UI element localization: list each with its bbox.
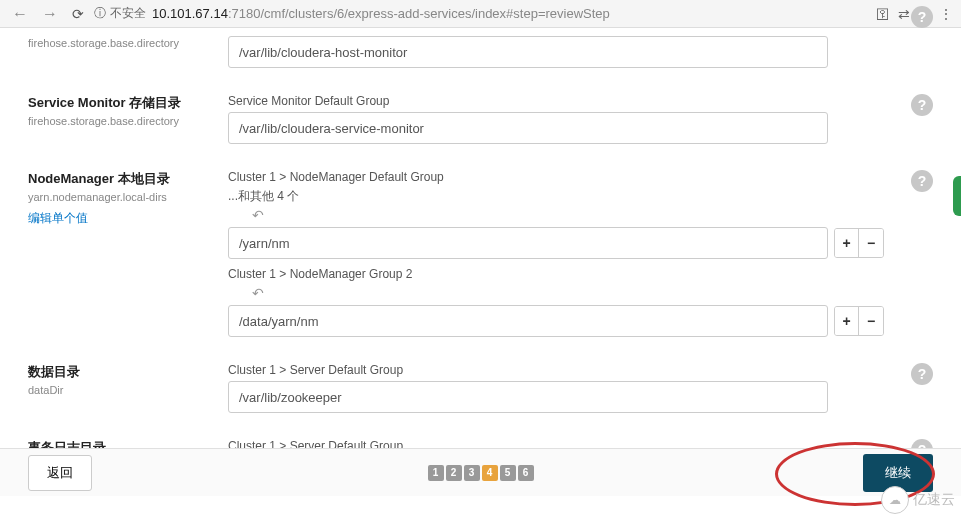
config-row-datadir: 数据目录 dataDir ? Cluster 1 > Server Defaul…	[28, 363, 933, 421]
group-label: Cluster 1 > Server Default Group	[228, 439, 933, 448]
step-6[interactable]: 6	[518, 465, 534, 481]
hostmon-dir-input[interactable]	[228, 36, 828, 68]
watermark: ☁ 亿速云	[881, 486, 955, 514]
config-key: firehose.storage.base.directory	[28, 114, 216, 128]
nodemgr-dir-input-2[interactable]	[228, 305, 828, 337]
help-icon[interactable]: ?	[911, 363, 933, 385]
step-1[interactable]: 1	[428, 465, 444, 481]
nav-forward-icon[interactable]: →	[38, 5, 62, 23]
step-3[interactable]: 3	[464, 465, 480, 481]
group-label: Cluster 1 > Server Default Group	[228, 363, 933, 377]
step-indicator: 123456	[428, 465, 534, 481]
undo-icon[interactable]: ↶	[252, 285, 933, 301]
config-title: 数据目录	[28, 363, 216, 381]
step-4[interactable]: 4	[482, 465, 498, 481]
translate-icon[interactable]: ⇄	[898, 6, 910, 22]
config-title: 事务日志目录	[28, 439, 216, 448]
add-remove-group: + −	[834, 306, 884, 336]
group-label: Cluster 1 > NodeManager Default Group	[228, 170, 933, 184]
config-row-nodemanager: NodeManager 本地目录 yarn.nodemanager.local-…	[28, 170, 933, 345]
info-icon: ⓘ	[94, 5, 106, 22]
config-key: firehose.storage.base.directory	[28, 36, 216, 50]
wizard-footer: 返回 123456 继续	[0, 448, 961, 496]
config-title: NodeManager 本地目录	[28, 170, 216, 188]
help-icon[interactable]: ?	[911, 170, 933, 192]
key-icon[interactable]: ⚿	[876, 6, 890, 22]
step-5[interactable]: 5	[500, 465, 516, 481]
config-row-hostmonitor: firehose.storage.base.directory	[28, 36, 933, 76]
config-key: yarn.nodemanager.local-dirs	[28, 190, 216, 204]
datadir-input[interactable]	[228, 381, 828, 413]
main-content: ? firehose.storage.base.directory Servic…	[0, 28, 961, 448]
menu-icon[interactable]: ⋮	[939, 6, 953, 22]
config-row-txlogdir: 事务日志目录 dataLogDir ? Cluster 1 > Server D…	[28, 439, 933, 448]
step-2[interactable]: 2	[446, 465, 462, 481]
cloud-icon: ☁	[881, 486, 909, 514]
feedback-tab[interactable]	[953, 176, 961, 216]
config-title: Service Monitor 存储目录	[28, 94, 216, 112]
svcmon-dir-input[interactable]	[228, 112, 828, 144]
add-button[interactable]: +	[835, 229, 859, 257]
remove-button[interactable]: −	[859, 229, 883, 257]
help-icon[interactable]: ?	[911, 94, 933, 116]
config-key: dataDir	[28, 383, 216, 397]
add-button[interactable]: +	[835, 307, 859, 335]
group-label: Service Monitor Default Group	[228, 94, 933, 108]
back-button[interactable]: 返回	[28, 455, 92, 491]
others-count: ...和其他 4 个	[228, 188, 933, 205]
remove-button[interactable]: −	[859, 307, 883, 335]
group-label: Cluster 1 > NodeManager Group 2	[228, 267, 933, 281]
address-bar[interactable]: 10.101.67.14:7180/cmf/clusters/6/express…	[152, 6, 610, 21]
nav-back-icon[interactable]: ←	[8, 5, 32, 23]
nodemgr-dir-input-1[interactable]	[228, 227, 828, 259]
add-remove-group: + −	[834, 228, 884, 258]
config-row-servicemonitor: Service Monitor 存储目录 firehose.storage.ba…	[28, 94, 933, 152]
refresh-icon[interactable]: ⟳	[68, 6, 88, 22]
browser-bar: ← → ⟳ ⓘ 不安全 10.101.67.14:7180/cmf/cluste…	[0, 0, 961, 28]
security-warning: ⓘ 不安全	[94, 5, 146, 22]
undo-icon[interactable]: ↶	[252, 207, 933, 223]
edit-individual-link[interactable]: 编辑单个值	[28, 210, 88, 227]
